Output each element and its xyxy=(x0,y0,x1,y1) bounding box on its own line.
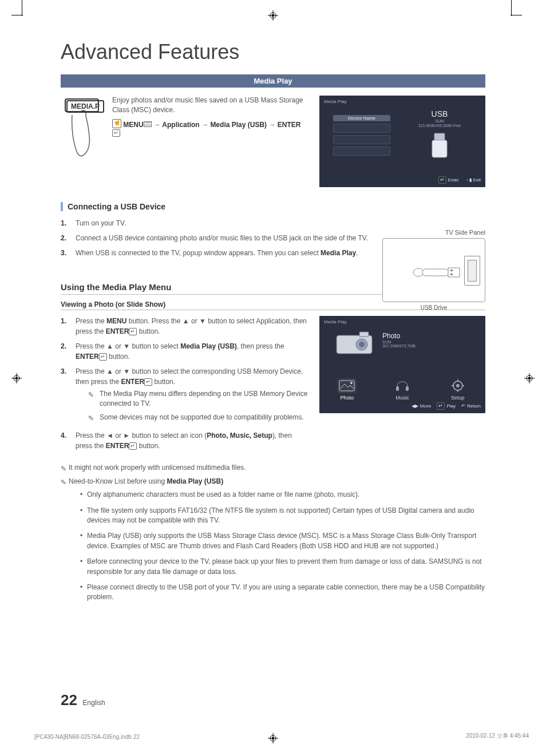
svg-point-27 xyxy=(359,342,365,347)
path-app: Application xyxy=(162,121,199,129)
svg-rect-22 xyxy=(450,270,453,271)
category-setup: Setup xyxy=(448,378,468,401)
photo-icon xyxy=(337,378,357,393)
tv-side-panel-figure: TV Side Panel USB Drive xyxy=(382,229,485,311)
path-enter: ENTER xyxy=(278,121,301,129)
need-to-know-list: Only alphanumeric characters must be use… xyxy=(80,490,485,603)
step-text: Press the ▲ or ▼ button to select Media … xyxy=(76,341,308,362)
path-menu: MENU xyxy=(123,121,143,129)
note-text: Some devices may not be supported due to… xyxy=(100,413,304,422)
crop-mark xyxy=(11,15,23,15)
usb-plug-icon xyxy=(413,266,464,279)
language-label: English xyxy=(82,699,105,707)
list-item: Before connecting your device to the TV,… xyxy=(80,557,485,577)
enter-icon: ↵ xyxy=(99,353,107,361)
enter-icon: ↵ xyxy=(129,442,137,450)
registration-mark-icon xyxy=(268,733,278,743)
menu-icon xyxy=(144,121,152,127)
device-slot xyxy=(333,147,390,156)
footer-play: ↵ Play xyxy=(437,402,456,410)
page-footer: 22 English xyxy=(61,691,105,709)
usb-drive-label: USB Drive xyxy=(382,304,485,311)
usb-steps: 1.Turn on your TV. 2.Connect a USB devic… xyxy=(61,218,371,263)
sum-label: SUM xyxy=(435,119,444,123)
print-meta-right: 2010-02-12 오후 4:45:44 xyxy=(466,732,529,740)
page-number: 22 xyxy=(61,691,77,708)
enter-icon: ↵ xyxy=(144,378,152,386)
registration-mark-icon xyxy=(11,373,22,383)
svg-point-3 xyxy=(272,14,275,17)
note-icon: ✎ xyxy=(61,478,66,486)
sum-label: SUM xyxy=(382,340,391,344)
svg-point-29 xyxy=(350,382,353,384)
category-label: Music xyxy=(395,395,409,401)
step-text: Turn on your TV. xyxy=(76,218,126,228)
enter-icon: ↵ xyxy=(112,129,120,137)
note-line: ✎It might not work properly with unlicen… xyxy=(61,464,485,472)
svg-rect-23 xyxy=(450,274,453,275)
footer-return: ↶ Return xyxy=(461,402,481,410)
svg-rect-18 xyxy=(432,140,447,157)
svg-point-11 xyxy=(528,377,531,380)
svg-point-7 xyxy=(15,377,18,380)
menu-path: MENU → Application → Media Play (USB) → … xyxy=(112,119,308,137)
note-icon: ✎ xyxy=(88,390,94,410)
device-slot xyxy=(333,135,390,144)
screenshot-device-list: Media Play Device Name USB SUM 315.0MB/4… xyxy=(319,96,485,187)
crop-mark xyxy=(22,0,22,16)
step-text: Press the ▲ or ▼ button to select the co… xyxy=(76,366,308,426)
svg-rect-17 xyxy=(434,133,445,140)
footer-move: ◀▶ Move xyxy=(412,402,432,410)
note-line: ✎Need-to-Know List before using Media Pl… xyxy=(61,477,485,485)
step-text: When USB is connected to the TV, popup w… xyxy=(76,248,358,258)
registration-mark-icon xyxy=(268,10,278,21)
section-bar: Media Play xyxy=(61,74,485,88)
page-title: Advanced Features xyxy=(61,40,485,64)
registration-mark-icon xyxy=(524,373,535,383)
step-text: Press the ◄ or ► button to select an ico… xyxy=(76,430,308,451)
svg-rect-21 xyxy=(448,268,460,277)
screenshot-photo-menu: Media Play Photo SUM 367.2MB/973.7MB Pho… xyxy=(319,316,485,413)
print-meta-left: [PC430-NA]BN68-02576A-03Eng.indb 22 xyxy=(34,734,140,740)
enter-icon: ↵ xyxy=(129,328,137,335)
device-name-label: Device Name xyxy=(333,115,390,121)
path-media-play: Media Play (USB) xyxy=(210,121,267,129)
svg-point-19 xyxy=(413,268,424,276)
menu-steps: 1.Press the MENU button. Press the ▲ or … xyxy=(61,316,308,451)
note-icon: ✎ xyxy=(61,465,66,473)
svg-rect-30 xyxy=(396,386,399,391)
camera-icon xyxy=(335,330,373,355)
svg-rect-20 xyxy=(422,269,449,276)
category-music: Music xyxy=(393,378,412,401)
list-item: Only alphanumeric characters must be use… xyxy=(80,490,485,500)
svg-rect-25 xyxy=(359,332,369,337)
gear-icon xyxy=(448,378,468,393)
note-text: The Media Play menu differs depending on… xyxy=(100,389,308,409)
crop-mark xyxy=(511,0,512,16)
music-icon xyxy=(393,378,412,393)
category-label: Photo xyxy=(341,395,354,401)
screen-header: Media Play xyxy=(324,99,347,104)
category-photo: Photo xyxy=(337,378,357,401)
crop-mark xyxy=(511,15,522,15)
note-icon: ✎ xyxy=(88,414,94,423)
usb-port-icon xyxy=(464,256,480,286)
panel-caption: TV Side Panel xyxy=(382,229,485,236)
device-slot xyxy=(333,124,390,133)
footer-exit: →▮ Exit xyxy=(465,176,481,184)
svg-point-15 xyxy=(272,737,275,740)
size-label: 367.2MB/973.7MB xyxy=(382,344,416,348)
intro-text: Enjoy photos and/or music files saved on… xyxy=(112,96,308,116)
media-p-button: MEDIA.P xyxy=(66,100,104,113)
list-item: The file system only supports FAT16/32 (… xyxy=(80,506,485,526)
section-heading: Connecting a USB Device xyxy=(68,202,165,211)
screen-header: Media Play xyxy=(324,319,347,324)
category-label: Setup xyxy=(451,395,465,401)
step-text: Connect a USB device containing photo an… xyxy=(76,233,368,243)
footer-enter: ↵Enter xyxy=(438,176,459,184)
usb-title: USB xyxy=(405,109,474,118)
svg-point-33 xyxy=(456,384,460,387)
svg-rect-31 xyxy=(406,386,409,391)
size-label: 315.0MB/495.0MB Free xyxy=(405,124,474,128)
section-marker xyxy=(61,202,63,211)
